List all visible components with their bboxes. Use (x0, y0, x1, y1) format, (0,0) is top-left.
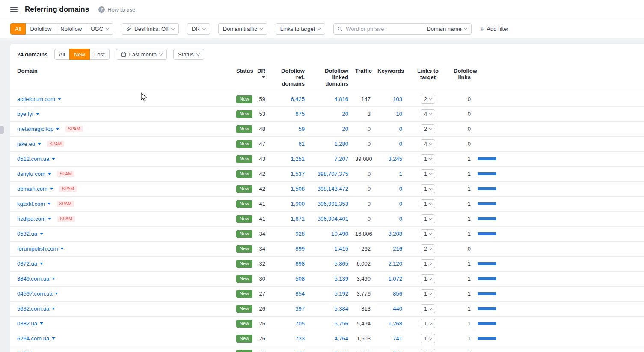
header-dofollow-links[interactable]: Dofollow links (450, 65, 474, 92)
domain-link[interactable]: bye.fyi (17, 111, 39, 117)
toggle-all-button[interactable]: All (54, 49, 70, 60)
dofollow-ref-domains-link[interactable]: 733 (295, 335, 305, 342)
search-scope-dropdown[interactable]: Domain name (422, 23, 472, 35)
domain-link[interactable]: metamagic.top (17, 126, 59, 132)
dofollow-ref-domains-link[interactable]: 675 (295, 111, 305, 117)
links-to-target-select[interactable]: 1 (421, 259, 435, 268)
links-to-target-select[interactable]: 2 (421, 124, 435, 133)
dofollow-ref-domains-link[interactable]: 508 (295, 275, 305, 282)
dofollow-linked-domains-link[interactable]: 4,764 (334, 335, 348, 342)
domain-link[interactable]: 0512.com.ua (17, 156, 55, 162)
keywords-link[interactable]: 1,268 (388, 320, 402, 327)
scrollbar-thumb[interactable] (0, 126, 4, 134)
domain-link[interactable]: 04563.com.ua (17, 350, 58, 352)
header-dr[interactable]: DR (252, 65, 269, 92)
domain-link[interactable]: hzdlpq.com (17, 216, 51, 222)
filter-all-button[interactable]: All (10, 23, 26, 35)
dofollow-ref-domains-link[interactable]: 1,251 (291, 156, 305, 162)
domain-link[interactable]: 04597.com.ua (17, 290, 58, 297)
links-to-target-select[interactable]: 1 (421, 229, 435, 238)
dofollow-linked-domains-link[interactable]: 398,707,375 (318, 171, 348, 177)
dofollow-linked-domains-link[interactable]: 7,207 (334, 156, 348, 162)
links-to-target-filter-dropdown[interactable]: Links to target (276, 23, 326, 35)
header-traffic[interactable]: Traffic (352, 65, 374, 92)
dofollow-linked-domains-link[interactable]: 5,388 (334, 350, 348, 352)
domain-link[interactable]: 5632.com.ua (17, 305, 55, 312)
keywords-link[interactable]: 103 (393, 96, 402, 102)
domain-link[interactable]: forumpolish.com (17, 246, 64, 252)
dofollow-ref-domains-link[interactable]: 928 (295, 231, 305, 237)
dofollow-ref-domains-link[interactable]: 705 (295, 320, 305, 327)
domain-link[interactable]: 0532.ua (17, 231, 43, 237)
links-to-target-select[interactable]: 1 (421, 154, 435, 163)
dofollow-linked-domains-link[interactable]: 396,991,353 (318, 201, 348, 207)
links-to-target-select[interactable]: 1 (421, 304, 435, 313)
dofollow-linked-domains-link[interactable]: 398,143,472 (318, 186, 348, 192)
domain-link[interactable]: 3849.com.ua (17, 275, 55, 282)
dofollow-ref-domains-link[interactable]: 899 (295, 246, 305, 252)
dr-filter-dropdown[interactable]: DR (187, 23, 210, 35)
add-filter-button[interactable]: + Add filter (480, 25, 508, 33)
date-range-dropdown[interactable]: Last month (116, 49, 167, 60)
keywords-link[interactable]: 1,072 (388, 275, 402, 282)
keywords-link[interactable]: 2,120 (388, 260, 402, 267)
keywords-link[interactable]: 0 (399, 216, 402, 222)
dofollow-linked-domains-link[interactable]: 5,139 (334, 275, 348, 282)
keywords-link[interactable]: 580 (393, 350, 402, 352)
keywords-link[interactable]: 856 (393, 290, 402, 297)
dofollow-linked-domains-link[interactable]: 5,192 (334, 290, 348, 297)
dofollow-ref-domains-link[interactable]: 698 (295, 260, 305, 267)
dofollow-linked-domains-link[interactable]: 20 (342, 126, 348, 132)
links-to-target-select[interactable]: 1 (421, 184, 435, 193)
dofollow-ref-domains-link[interactable]: 1,508 (291, 186, 305, 192)
domain-link[interactable]: 0382.ua (17, 320, 43, 327)
domain-link[interactable]: 6264.com.ua (17, 335, 55, 342)
header-links-to-target[interactable]: Links to target (406, 65, 450, 92)
keywords-link[interactable]: 0 (399, 141, 402, 147)
how-to-use-link[interactable]: ? How to use (98, 6, 135, 13)
best-links-dropdown[interactable]: Best links: Off (122, 23, 179, 35)
hamburger-menu-icon[interactable] (10, 7, 18, 12)
links-to-target-select[interactable]: 1 (421, 274, 435, 283)
dofollow-ref-domains-link[interactable]: 854 (295, 290, 305, 297)
filter-dofollow-button[interactable]: Dofollow (25, 23, 56, 35)
header-dofollow-linked-domains[interactable]: Dofollow linked domains (308, 65, 352, 92)
filter-ugc-dropdown[interactable]: UGC (86, 23, 113, 35)
keywords-link[interactable]: 3,208 (388, 231, 402, 237)
domain-link[interactable]: jake.eu (17, 141, 41, 147)
dofollow-linked-domains-link[interactable]: 5,865 (334, 260, 348, 267)
keywords-link[interactable]: 1 (399, 171, 402, 177)
domain-traffic-filter-dropdown[interactable]: Domain traffic (218, 23, 267, 35)
dofollow-linked-domains-link[interactable]: 4,816 (334, 96, 348, 102)
dofollow-ref-domains-link[interactable]: 59 (299, 126, 305, 132)
keywords-link[interactable]: 440 (393, 305, 402, 312)
domain-link[interactable]: actieforum.com (17, 96, 61, 102)
links-to-target-select[interactable]: 1 (421, 334, 435, 343)
dofollow-linked-domains-link[interactable]: 20 (342, 111, 348, 117)
dofollow-ref-domains-link[interactable]: 1,671 (291, 216, 305, 222)
toggle-lost-button[interactable]: Lost (89, 49, 110, 60)
dofollow-ref-domains-link[interactable]: 6,425 (291, 96, 305, 102)
keywords-link[interactable]: 0 (399, 201, 402, 207)
links-to-target-select[interactable]: 1 (421, 169, 435, 178)
filter-nofollow-button[interactable]: Nofollow (56, 23, 86, 35)
dofollow-linked-domains-link[interactable]: 1,415 (334, 246, 348, 252)
links-to-target-select[interactable]: 1 (421, 214, 435, 223)
header-domain[interactable]: Domain (10, 65, 233, 92)
domain-link[interactable]: dsnylu.com (17, 171, 51, 177)
links-to-target-select[interactable]: 1 (421, 349, 435, 352)
keywords-link[interactable]: 741 (393, 335, 402, 342)
header-keywords[interactable]: Keywords (374, 65, 406, 92)
domain-link[interactable]: 0372.ua (17, 260, 43, 267)
links-to-target-select[interactable]: 1 (421, 199, 435, 208)
keywords-link[interactable]: 0 (399, 186, 402, 192)
keywords-link[interactable]: 10 (396, 111, 402, 117)
dofollow-linked-domains-link[interactable]: 5,384 (334, 305, 348, 312)
header-status[interactable]: Status (233, 65, 252, 92)
dofollow-linked-domains-link[interactable]: 10,490 (331, 231, 348, 237)
dofollow-ref-domains-link[interactable]: 1,900 (291, 201, 305, 207)
toggle-new-button[interactable]: New (69, 49, 90, 60)
links-to-target-select[interactable]: 1 (421, 289, 435, 298)
links-to-target-select[interactable]: 4 (421, 109, 435, 118)
keywords-link[interactable]: 216 (393, 246, 402, 252)
